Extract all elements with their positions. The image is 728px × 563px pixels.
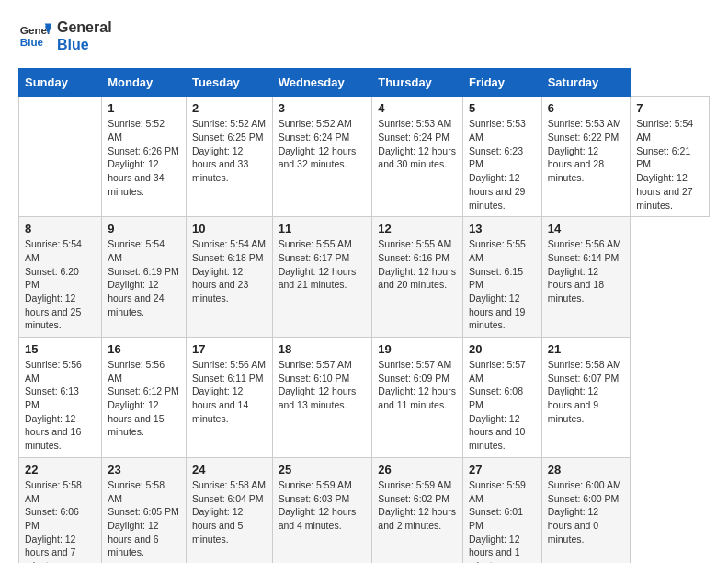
day-info: Sunrise: 5:53 AMSunset: 6:23 PMDaylight:…	[469, 118, 526, 210]
day-number: 24	[192, 463, 267, 477]
calendar-day-cell: 21 Sunrise: 5:58 AMSunset: 6:07 PMDaylig…	[541, 338, 631, 458]
day-number: 11	[279, 222, 367, 236]
calendar-day-cell: 13 Sunrise: 5:55 AMSunset: 6:15 PMDaylig…	[463, 217, 542, 338]
day-info: Sunrise: 5:56 AMSunset: 6:13 PMDaylight:…	[25, 359, 82, 451]
day-info: Sunrise: 5:54 AMSunset: 6:18 PMDaylight:…	[192, 238, 266, 304]
logo-blue: Blue	[57, 36, 112, 53]
day-info: Sunrise: 5:52 AMSunset: 6:25 PMDaylight:…	[192, 118, 266, 183]
calendar-day-cell: 24 Sunrise: 5:58 AMSunset: 6:04 PMDaylig…	[186, 457, 272, 563]
day-number: 21	[548, 342, 625, 356]
weekday-header: Saturday	[541, 69, 631, 97]
calendar-day-cell: 18 Sunrise: 5:57 AMSunset: 6:10 PMDaylig…	[272, 338, 372, 458]
day-info: Sunrise: 5:55 AMSunset: 6:17 PMDaylight:…	[279, 238, 357, 290]
day-info: Sunrise: 5:56 AMSunset: 6:14 PMDaylight:…	[548, 238, 621, 304]
calendar-day-cell: 11 Sunrise: 5:55 AMSunset: 6:17 PMDaylig…	[272, 217, 372, 338]
day-number: 5	[469, 101, 536, 115]
calendar-day-cell: 25 Sunrise: 5:59 AMSunset: 6:03 PMDaylig…	[272, 457, 372, 563]
day-number: 26	[378, 463, 457, 477]
weekday-header: Wednesday	[272, 69, 372, 97]
day-number: 22	[25, 463, 96, 477]
calendar-day-cell: 10 Sunrise: 5:54 AMSunset: 6:18 PMDaylig…	[186, 217, 272, 338]
calendar-day-cell: 23 Sunrise: 5:58 AMSunset: 6:05 PMDaylig…	[102, 457, 187, 563]
calendar-week-row: 8 Sunrise: 5:54 AMSunset: 6:20 PMDayligh…	[19, 217, 710, 338]
day-number: 19	[378, 342, 457, 356]
day-number: 28	[548, 463, 625, 477]
day-info: Sunrise: 5:59 AMSunset: 6:01 PMDaylight:…	[469, 479, 526, 563]
header: General Blue General Blue	[18, 18, 710, 53]
calendar-day-cell: 27 Sunrise: 5:59 AMSunset: 6:01 PMDaylig…	[463, 457, 542, 563]
calendar-day-cell: 17 Sunrise: 5:56 AMSunset: 6:11 PMDaylig…	[186, 338, 272, 458]
calendar-week-row: 1 Sunrise: 5:52 AMSunset: 6:26 PMDayligh…	[19, 97, 710, 217]
day-number: 10	[192, 222, 267, 236]
calendar-day-cell: 5 Sunrise: 5:53 AMSunset: 6:23 PMDayligh…	[463, 97, 542, 217]
day-number: 12	[378, 222, 457, 236]
day-number: 1	[108, 101, 180, 115]
calendar-table: SundayMondayTuesdayWednesdayThursdayFrid…	[18, 68, 710, 563]
calendar-day-cell: 3 Sunrise: 5:52 AMSunset: 6:24 PMDayligh…	[272, 97, 372, 217]
logo-icon: General Blue	[18, 19, 51, 52]
weekday-header: Friday	[463, 69, 542, 97]
day-info: Sunrise: 5:54 AMSunset: 6:20 PMDaylight:…	[25, 238, 82, 330]
weekday-header: Sunday	[19, 69, 102, 97]
day-number: 14	[548, 222, 625, 236]
empty-cell	[19, 97, 102, 217]
calendar-day-cell: 8 Sunrise: 5:54 AMSunset: 6:20 PMDayligh…	[19, 217, 102, 338]
calendar-day-cell: 16 Sunrise: 5:56 AMSunset: 6:12 PMDaylig…	[102, 338, 187, 458]
day-info: Sunrise: 5:56 AMSunset: 6:12 PMDaylight:…	[108, 359, 179, 437]
weekday-header: Monday	[102, 69, 187, 97]
day-info: Sunrise: 5:59 AMSunset: 6:02 PMDaylight:…	[378, 479, 456, 531]
day-number: 25	[279, 463, 367, 477]
day-info: Sunrise: 5:57 AMSunset: 6:09 PMDaylight:…	[378, 359, 456, 410]
calendar-day-cell: 7 Sunrise: 5:54 AMSunset: 6:21 PMDayligh…	[631, 97, 710, 217]
logo: General Blue General Blue	[18, 18, 112, 53]
day-info: Sunrise: 5:58 AMSunset: 6:05 PMDaylight:…	[108, 479, 179, 557]
day-number: 16	[108, 342, 180, 356]
day-info: Sunrise: 5:53 AMSunset: 6:22 PMDaylight:…	[548, 118, 621, 183]
calendar-day-cell: 28 Sunrise: 6:00 AMSunset: 6:00 PMDaylig…	[541, 457, 631, 563]
day-number: 2	[192, 101, 267, 115]
calendar-day-cell: 1 Sunrise: 5:52 AMSunset: 6:26 PMDayligh…	[102, 97, 187, 217]
calendar-day-cell: 9 Sunrise: 5:54 AMSunset: 6:19 PMDayligh…	[102, 217, 187, 338]
calendar-day-cell: 22 Sunrise: 5:58 AMSunset: 6:06 PMDaylig…	[19, 457, 102, 563]
day-info: Sunrise: 5:52 AMSunset: 6:26 PMDaylight:…	[108, 118, 179, 196]
calendar-day-cell: 12 Sunrise: 5:55 AMSunset: 6:16 PMDaylig…	[372, 217, 463, 338]
day-info: Sunrise: 5:55 AMSunset: 6:16 PMDaylight:…	[378, 238, 456, 290]
calendar-day-cell: 14 Sunrise: 5:56 AMSunset: 6:14 PMDaylig…	[541, 217, 631, 338]
day-info: Sunrise: 5:57 AMSunset: 6:10 PMDaylight:…	[279, 359, 357, 410]
day-number: 20	[469, 342, 536, 356]
calendar-day-cell: 6 Sunrise: 5:53 AMSunset: 6:22 PMDayligh…	[541, 97, 631, 217]
svg-text:Blue: Blue	[20, 36, 44, 48]
day-number: 3	[279, 101, 367, 115]
day-number: 9	[108, 222, 180, 236]
day-number: 4	[378, 101, 457, 115]
weekday-header: Thursday	[372, 69, 463, 97]
day-number: 6	[548, 101, 625, 115]
day-info: Sunrise: 5:59 AMSunset: 6:03 PMDaylight:…	[279, 479, 357, 531]
logo-general: General	[57, 18, 112, 36]
day-info: Sunrise: 5:58 AMSunset: 6:07 PMDaylight:…	[548, 359, 621, 424]
day-number: 15	[25, 342, 96, 356]
day-info: Sunrise: 5:53 AMSunset: 6:24 PMDaylight:…	[378, 118, 456, 169]
calendar-header-row: SundayMondayTuesdayWednesdayThursdayFrid…	[19, 69, 710, 97]
day-number: 13	[469, 222, 536, 236]
day-number: 8	[25, 222, 96, 236]
weekday-header: Tuesday	[186, 69, 272, 97]
calendar-day-cell: 20 Sunrise: 5:57 AMSunset: 6:08 PMDaylig…	[463, 338, 542, 458]
calendar-day-cell: 15 Sunrise: 5:56 AMSunset: 6:13 PMDaylig…	[19, 338, 102, 458]
day-info: Sunrise: 5:54 AMSunset: 6:21 PMDaylight:…	[636, 118, 693, 210]
day-number: 27	[469, 463, 536, 477]
day-info: Sunrise: 5:56 AMSunset: 6:11 PMDaylight:…	[192, 359, 266, 424]
calendar-day-cell: 19 Sunrise: 5:57 AMSunset: 6:09 PMDaylig…	[372, 338, 463, 458]
day-info: Sunrise: 6:00 AMSunset: 6:00 PMDaylight:…	[548, 479, 621, 545]
calendar-week-row: 15 Sunrise: 5:56 AMSunset: 6:13 PMDaylig…	[19, 338, 710, 458]
day-info: Sunrise: 5:58 AMSunset: 6:04 PMDaylight:…	[192, 479, 266, 545]
day-number: 18	[279, 342, 367, 356]
day-number: 23	[108, 463, 180, 477]
calendar-day-cell: 26 Sunrise: 5:59 AMSunset: 6:02 PMDaylig…	[372, 457, 463, 563]
day-info: Sunrise: 5:55 AMSunset: 6:15 PMDaylight:…	[469, 238, 526, 330]
calendar-day-cell: 4 Sunrise: 5:53 AMSunset: 6:24 PMDayligh…	[372, 97, 463, 217]
calendar-day-cell: 2 Sunrise: 5:52 AMSunset: 6:25 PMDayligh…	[186, 97, 272, 217]
day-info: Sunrise: 5:54 AMSunset: 6:19 PMDaylight:…	[108, 238, 179, 316]
day-info: Sunrise: 5:58 AMSunset: 6:06 PMDaylight:…	[25, 479, 82, 563]
day-number: 7	[636, 101, 703, 115]
